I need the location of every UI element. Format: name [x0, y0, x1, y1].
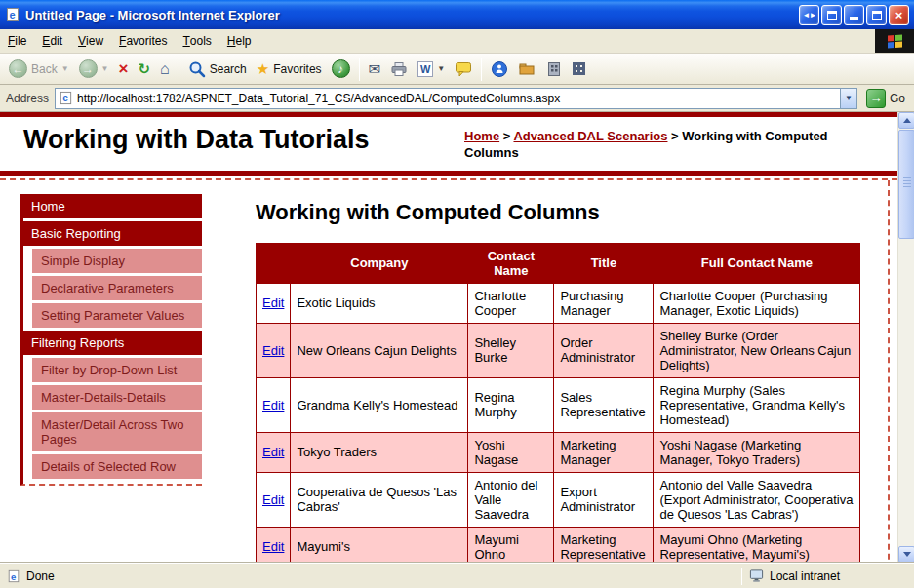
table-row: Edit Exotic Liquids Charlotte Cooper Pur…	[257, 283, 860, 323]
site-title: Working with Data Tutorials	[23, 125, 370, 155]
security-zone-text: Local intranet	[770, 569, 840, 583]
sidebar-item-declarative-parameters[interactable]: Declarative Parameters	[32, 276, 202, 300]
status-divider	[741, 568, 742, 585]
building-button[interactable]	[540, 56, 568, 82]
toolbar-separator	[179, 58, 179, 81]
grid-button[interactable]	[568, 56, 590, 82]
scrollbar-thumb[interactable]	[898, 130, 914, 239]
discuss-button[interactable]	[450, 56, 477, 82]
print-button[interactable]	[385, 56, 413, 82]
messenger-icon	[491, 60, 508, 78]
page-title: Working with Computed Columns	[256, 200, 872, 225]
sidebar-item-simple-display[interactable]: Simple Display	[32, 249, 202, 273]
breadcrumb-section-link[interactable]: Advanced DAL Scenarios	[513, 129, 667, 143]
home-icon: ⌂	[160, 61, 170, 77]
menu-view[interactable]: View	[70, 29, 111, 53]
edit-word-icon: W	[417, 61, 433, 77]
titlebar-extra-window-button[interactable]	[821, 5, 842, 25]
status-bar: e Done Local intranet	[0, 563, 914, 588]
table-row: Edit Mayumi's Mayumi Ohno Marketing Repr…	[257, 527, 860, 563]
address-dropdown-button[interactable]: ▼	[840, 89, 856, 108]
edit-link[interactable]: Edit	[262, 295, 284, 310]
edit-link[interactable]: Edit	[262, 492, 284, 507]
minimize-icon	[850, 11, 858, 20]
sidebar-section-basic-reporting[interactable]: Basic Reporting	[23, 221, 202, 246]
sidebar-item-master-details-details[interactable]: Master-Details-Details	[32, 385, 202, 410]
back-button[interactable]: ← Back ▼	[4, 56, 74, 82]
media-button[interactable]: ♪	[327, 56, 355, 82]
back-icon: ←	[9, 59, 27, 78]
edit-link[interactable]: Edit	[262, 398, 284, 412]
column-header-title: Title	[554, 243, 654, 283]
folders-icon	[518, 60, 536, 78]
svg-text:e: e	[62, 93, 68, 103]
favorites-button[interactable]: ★ Favorites	[252, 56, 327, 82]
page-body: Home Basic Reporting Simple Display Decl…	[0, 180, 890, 563]
home-button[interactable]: ⌂	[155, 56, 175, 82]
scroll-up-icon	[903, 118, 911, 123]
forward-dropdown-icon: ▼	[101, 64, 109, 73]
edit-link[interactable]: Edit	[262, 445, 284, 459]
refresh-icon: ↻	[138, 61, 150, 76]
mail-icon: ✉	[369, 61, 381, 76]
menu-edit[interactable]: Edit	[34, 29, 70, 53]
toolbar: ← Back ▼ → ▼ × ↻ ⌂ Search ★ Favorites ♪ …	[0, 54, 914, 85]
scroll-up-button[interactable]	[898, 112, 914, 129]
status-page-icon: e	[7, 569, 20, 583]
search-icon	[188, 60, 206, 78]
forward-button[interactable]: → ▼	[74, 56, 114, 82]
minimize-button[interactable]	[844, 5, 864, 25]
menu-tools[interactable]: Tools	[175, 29, 219, 53]
ie-page-icon: e	[5, 7, 20, 22]
messenger-button[interactable]	[486, 56, 513, 82]
refresh-button[interactable]: ↻	[133, 56, 155, 82]
menu-file[interactable]: File	[0, 29, 34, 53]
sidebar-item-home[interactable]: Home	[23, 194, 202, 218]
print-icon	[390, 60, 408, 78]
address-input[interactable]: e http://localhost:1782/ASPNET_Data_Tuto…	[55, 88, 857, 109]
maximize-button[interactable]	[866, 5, 887, 25]
toolbar-separator	[359, 58, 360, 81]
go-arrow-icon: →	[866, 89, 886, 108]
edit-button[interactable]: W ▼	[413, 56, 450, 82]
search-button[interactable]: Search	[183, 56, 252, 82]
site-header: Working with Data Tutorials Home > Advan…	[0, 117, 897, 176]
folders-button[interactable]	[513, 56, 540, 82]
address-label: Address	[6, 92, 49, 105]
table-row: Edit New Orleans Cajun Delights Shelley …	[257, 323, 860, 377]
sidebar-item-setting-parameter-values[interactable]: Setting Parameter Values	[32, 303, 202, 328]
edit-link[interactable]: Edit	[262, 539, 284, 554]
close-button[interactable]: ×	[889, 5, 909, 25]
column-header-full-contact-name: Full Contact Name	[654, 243, 860, 283]
sidebar-section-filtering-reports[interactable]: Filtering Reports	[23, 331, 202, 355]
breadcrumb-home-link[interactable]: Home	[464, 129, 499, 143]
sidebar-item-details-of-selected-row[interactable]: Details of Selected Row	[32, 454, 202, 479]
toolbar-separator	[481, 58, 482, 81]
window-title: Untitled Page - Microsoft Internet Explo…	[25, 8, 797, 22]
favorites-star-icon: ★	[257, 61, 269, 76]
address-bar: Address e http://localhost:1782/ASPNET_D…	[0, 85, 914, 112]
mail-button[interactable]: ✉	[364, 56, 386, 82]
stop-icon: ×	[119, 60, 129, 77]
titlebar-extra-arrows-button[interactable]: ◄►	[799, 5, 819, 25]
vertical-scrollbar[interactable]	[897, 112, 914, 563]
local-intranet-icon	[749, 568, 764, 583]
address-url: http://localhost:1782/ASPNET_Data_Tutori…	[77, 92, 836, 105]
edit-link[interactable]: Edit	[262, 343, 284, 358]
svg-text:e: e	[10, 9, 16, 20]
scroll-down-button[interactable]	[898, 546, 914, 563]
sidebar-item-filter-by-dropdown-list[interactable]: Filter by Drop-Down List	[32, 358, 202, 382]
stop-button[interactable]: ×	[114, 56, 134, 82]
sidebar-item-master-detail-across-two-pages[interactable]: Master/Detail Across Two Pages	[32, 412, 202, 451]
column-header-edit	[257, 243, 291, 283]
menu-help[interactable]: Help	[219, 29, 259, 53]
menu-favorites[interactable]: Favorites	[111, 29, 175, 53]
table-header-row: Company Contact Name Title Full Contact …	[257, 243, 860, 283]
go-button[interactable]: → Go	[863, 89, 908, 108]
grid-icon	[573, 62, 585, 75]
gridview-table: Company Contact Name Title Full Contact …	[256, 243, 860, 563]
table-row: Edit Cooperativa de Quesos 'Las Cabras' …	[257, 472, 860, 527]
column-header-contact-name: Contact Name	[468, 243, 554, 283]
title-bar: e Untitled Page - Microsoft Internet Exp…	[0, 0, 914, 29]
menu-bar: File Edit View Favorites Tools Help	[0, 29, 914, 54]
